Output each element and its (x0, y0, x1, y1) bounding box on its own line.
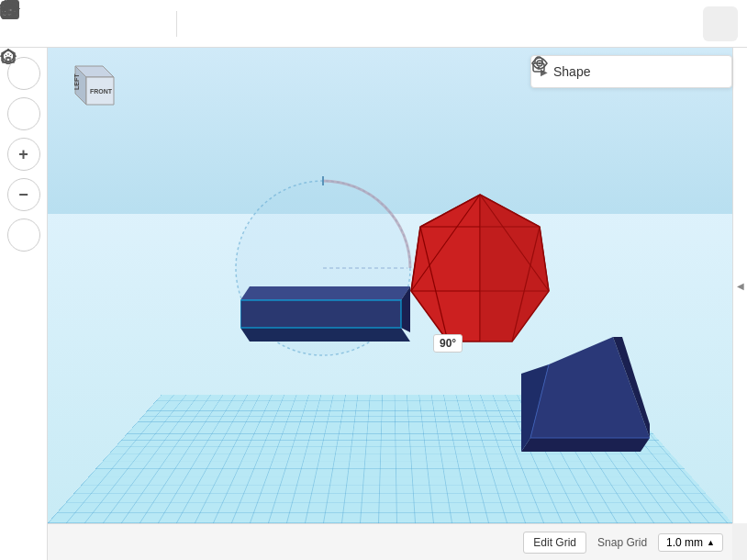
nav-cube[interactable]: LEFT FRONT (57, 57, 121, 121)
mirror-button[interactable] (703, 6, 738, 41)
redo-button[interactable] (229, 6, 263, 41)
snap-button[interactable] (527, 6, 562, 41)
svg-marker-69 (521, 438, 650, 452)
snap-grid-value-text: 1.0 mm (666, 536, 703, 549)
svg-marker-68 (480, 195, 549, 342)
left-sidebar: + − (0, 48, 48, 560)
svg-marker-53 (240, 286, 410, 300)
delete-button[interactable] (130, 6, 165, 41)
shape-label: Shape (553, 64, 590, 79)
bottom-bar: Edit Grid Snap Grid 1.0 mm ▲ (48, 523, 732, 560)
zoom-in-button[interactable]: + (7, 138, 40, 171)
fit-button[interactable] (7, 97, 40, 130)
snap-grid-label: Snap Grid (597, 536, 647, 549)
view3d-icon (0, 48, 17, 64)
viewport[interactable]: LEFT FRONT (48, 48, 732, 523)
blue-rectangle-shape[interactable] (240, 282, 410, 328)
duplicate-button[interactable] (90, 6, 125, 41)
snap-grid-dropdown[interactable]: 1.0 mm ▲ (658, 533, 723, 552)
shape-panel: ▶ Shape (530, 55, 732, 88)
toolbar-left (9, 6, 263, 41)
toolbar-right (527, 6, 738, 41)
copy-paste-button[interactable] (50, 6, 84, 41)
svg-point-78 (539, 62, 541, 64)
align-button[interactable] (659, 6, 694, 41)
svg-marker-51 (240, 328, 410, 342)
right-panel[interactable]: ◀ (732, 48, 747, 523)
zoom-in-icon: + (18, 145, 28, 164)
shape-panel-left: ▶ Shape (541, 64, 590, 79)
svg-text:FRONT: FRONT (90, 88, 113, 95)
angle-label: 90° (433, 334, 463, 353)
mirror-icon (0, 0, 20, 20)
red-icosahedron-svg (407, 190, 553, 351)
edit-grid-button[interactable]: Edit Grid (523, 532, 586, 554)
view3d-button[interactable] (7, 218, 40, 252)
blue-rect-svg (240, 282, 424, 346)
nav-cube-svg: LEFT FRONT (57, 57, 121, 121)
rotate-button[interactable] (615, 6, 650, 41)
red-icosahedron-shape[interactable] (407, 190, 553, 351)
toolbar (0, 0, 747, 48)
undo-button[interactable] (188, 6, 223, 41)
toolbar-divider (176, 11, 177, 37)
zoom-out-button[interactable]: − (7, 178, 40, 211)
zoom-out-icon: − (18, 185, 28, 205)
visibility-icon (531, 56, 548, 71)
svg-marker-32 (10, 5, 17, 16)
svg-rect-52 (240, 300, 401, 328)
snap-grid-arrow-icon: ▲ (707, 538, 715, 547)
select-button[interactable] (571, 6, 606, 41)
svg-text:LEFT: LEFT (73, 73, 80, 90)
svg-marker-31 (3, 5, 10, 16)
expand-right-icon: ◀ (737, 281, 744, 291)
